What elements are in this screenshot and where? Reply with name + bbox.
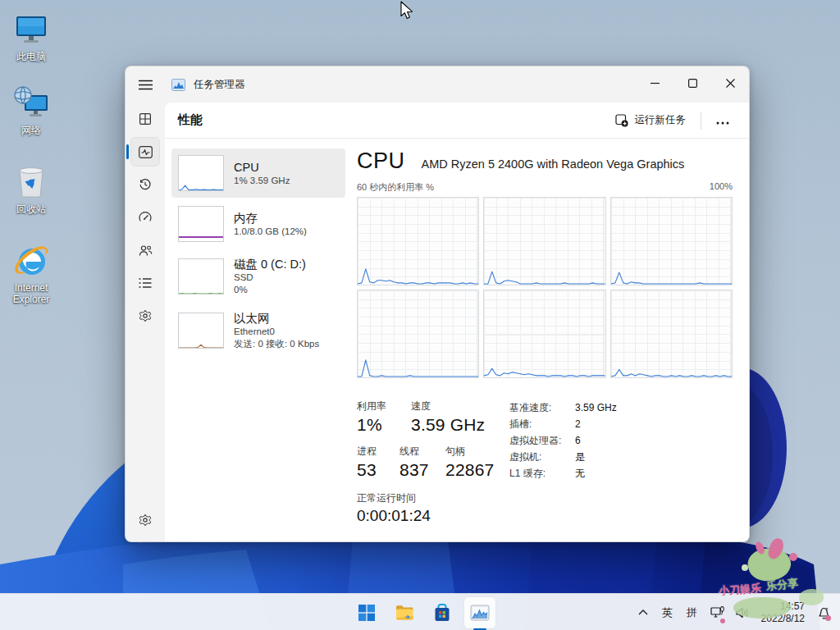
windows-start-icon [358,604,376,622]
memory-mini-chart [178,206,224,242]
perf-item-ethernet[interactable]: 以太网 Ethernet0 发送: 0 接收: 0 Kbps [171,304,345,357]
clock-time: 14:57 [761,600,805,613]
chart-axis-max: 100% [710,181,733,194]
processes-icon [139,112,152,126]
core-chart-0 [357,197,479,285]
perf-item-name: 以太网 [234,311,319,326]
network-tray-button[interactable] [706,598,728,628]
cpu-mini-chart [178,155,224,191]
startup-gauge-icon [139,211,152,224]
task-manager-window: 任务管理器 [125,66,750,542]
close-button[interactable] [711,66,749,99]
ime-mode-button[interactable]: 英 [657,598,678,628]
tray-chevron-button[interactable] [632,598,654,628]
microsoft-store-button[interactable] [426,596,459,629]
maximize-button[interactable] [673,66,711,99]
nav-app-history[interactable] [126,168,165,201]
spec-label: 虚拟机: [509,449,575,465]
content-area: 性能 运行新任务 [165,103,749,541]
uptime-label: 正常运行时间 [357,491,509,505]
more-options-button[interactable] [708,108,737,133]
mouse-cursor [400,1,414,21]
nav-details[interactable] [126,267,165,299]
desktop-icon-this-pc[interactable]: 此电脑 [2,10,61,62]
nav-startup-apps[interactable] [126,201,165,234]
run-new-task-button[interactable]: 运行新任务 [607,108,695,132]
network-ethernet-icon [710,606,724,619]
ime-name-label: 拼 [687,605,697,620]
file-explorer-icon [395,604,414,622]
nav-settings[interactable] [126,504,165,536]
desktop-icon-recycle-bin[interactable]: 回收站 [2,162,61,215]
performance-list: CPU 1% 3.59 GHz 内存 1.0/8.0 GB (12%) 磁盘 [171,148,345,358]
stat-value-handles: 22867 [445,460,494,480]
hamburger-icon [139,80,153,90]
stat-value-utilization: 1% [357,415,399,435]
cpu-panel: CPU AMD Ryzen 5 2400G with Radeon Vega G… [357,148,733,525]
perf-item-stat: 1.0/8.0 GB (12%) [234,226,307,238]
run-new-task-label: 运行新任务 [635,113,687,127]
chart-axis-caption: 60 秒内的利用率 % [357,181,434,194]
perf-item-cpu[interactable]: CPU 1% 3.59 GHz [171,148,345,198]
perf-item-stat: Ethernet0 [234,326,319,338]
maximize-icon [688,79,697,88]
stat-value-speed: 3.59 GHz [411,415,485,435]
nav-users[interactable] [126,234,165,267]
nav-performance[interactable] [126,135,165,168]
minimize-icon [651,79,660,88]
perf-item-stat: 1% 3.59 GHz [234,175,290,187]
stat-label: 速度 [411,399,485,413]
header-divider [701,112,701,130]
stat-label: 利用率 [357,399,399,413]
cpu-stats: 利用率 1% 速度 3.59 GHz 进程 53 [357,399,733,525]
core-chart-5 [610,290,733,378]
notification-center-button[interactable]: z [813,598,835,628]
chevron-up-icon [638,609,648,615]
users-icon [139,244,153,257]
volume-tray-button[interactable] [732,598,753,628]
settings-gear-icon [139,514,152,527]
core-chart-4 [483,290,605,378]
perf-item-name: 磁盘 0 (C: D:) [234,257,306,272]
ime-name-button[interactable]: 拼 [682,598,703,628]
disk-mini-chart [178,258,224,294]
desktop-icon-label: 此电脑 [2,51,61,62]
core-chart-3 [357,290,479,378]
page-title: 性能 [178,112,203,128]
taskbar: 英 拼 14:57 2022/8/12 z [0,593,840,630]
desktop-icon-network[interactable]: 网络 [2,84,61,136]
clock-date: 2022/8/12 [761,613,805,625]
run-new-task-icon [615,114,628,127]
perf-item-stat: SSD [234,272,306,284]
task-manager-app-icon [171,79,185,91]
core-chart-2 [610,197,733,285]
spec-label: 基准速度: [509,399,575,416]
file-explorer-button[interactable] [388,596,421,629]
nav-processes[interactable] [126,103,165,135]
app-title: 任务管理器 [171,78,245,92]
perf-item-disk[interactable]: 磁盘 0 (C: D:) SSD 0% [171,250,345,303]
stat-value-threads: 837 [399,460,434,480]
window-title: 任务管理器 [194,78,245,92]
minimize-button[interactable] [636,66,673,99]
task-manager-taskbar-button[interactable] [463,596,496,629]
perf-item-stat2: 0% [234,284,306,296]
spec-value: 2 [575,416,581,432]
perf-item-name: 内存 [234,211,307,226]
perf-item-memory[interactable]: 内存 1.0/8.0 GB (12%) [171,199,345,249]
desktop-icon-label: Internet Explorer [2,282,61,305]
start-button[interactable] [350,596,383,629]
ime-mode-label: 英 [662,605,673,620]
do-not-disturb-bell-icon: z [817,606,831,619]
clock[interactable]: 14:57 2022/8/12 [756,600,810,625]
spec-label: 插槽: [509,416,575,432]
speaker-icon [736,607,749,619]
ellipsis-icon [716,121,729,125]
desktop-icon-internet-explorer[interactable]: Internet Explorer [2,241,61,305]
menu-hamburger-button[interactable] [126,66,165,103]
nav-services[interactable] [126,299,165,332]
logical-processor-charts [357,197,733,378]
ethernet-mini-chart [178,313,224,349]
internet-explorer-icon [11,241,51,281]
desktop-icon-label: 回收站 [2,203,61,215]
